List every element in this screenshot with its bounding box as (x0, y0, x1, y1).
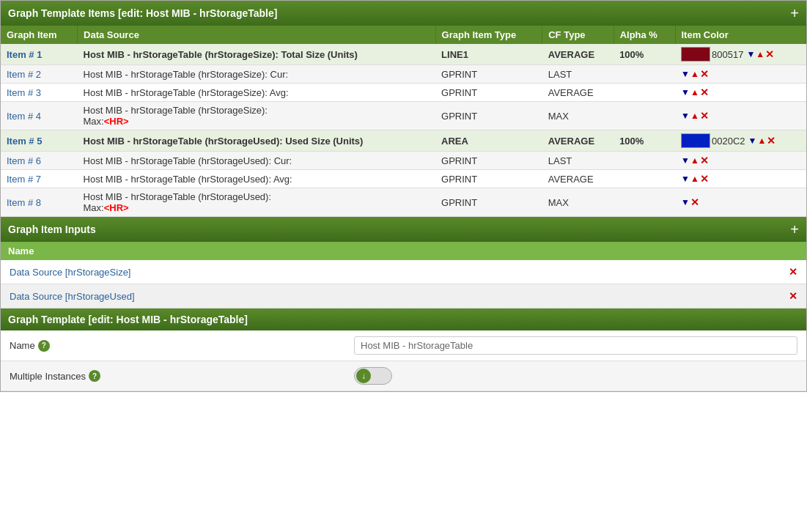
form-input-0[interactable] (354, 336, 797, 355)
toggle-switch-1[interactable]: ↓ (354, 367, 392, 385)
action-icons-item-4: ▼▲✕ (681, 110, 709, 122)
delete-item-4[interactable]: ✕ (700, 110, 709, 122)
cell-alpha-item-7 (613, 170, 675, 188)
graph-item-inputs-header: Graph Item Inputs + (1, 217, 806, 242)
cell-color-item-1: 800517▼▲✕ (675, 44, 806, 65)
cell-graph-item-item-5[interactable]: Item # 5 (1, 130, 78, 152)
move-up-item-7[interactable]: ▲ (690, 174, 699, 184)
cell-cf-item-1: AVERAGE (542, 44, 613, 65)
color-swatch-item-5 (681, 133, 710, 148)
cell-cf-item-6: LAST (542, 152, 613, 170)
move-down-item-1[interactable]: ▼ (746, 49, 755, 59)
cell-color-item-3: ▼▲✕ (675, 84, 806, 102)
move-up-item-3[interactable]: ▲ (690, 87, 699, 97)
delete-item-3[interactable]: ✕ (700, 86, 709, 98)
col-item-color: Item Color (675, 26, 806, 44)
delete-item-8[interactable]: ✕ (690, 196, 699, 208)
cell-graph-item-item-7[interactable]: Item # 7 (1, 170, 78, 188)
cell-type-item-6: GPRINT (435, 152, 542, 170)
help-icon-0[interactable]: ? (38, 340, 50, 352)
cell-data-source-item-8: Host MIB - hrStorageTable (hrStorageUsed… (78, 188, 436, 217)
table-row-item-7: Item # 7Host MIB - hrStorageTable (hrSto… (1, 170, 806, 188)
move-down-item-5[interactable]: ▼ (748, 136, 757, 146)
move-up-item-2[interactable]: ▲ (690, 69, 699, 79)
col-graph-item-type: Graph Item Type (435, 26, 542, 44)
delete-item-5[interactable]: ✕ (767, 135, 775, 147)
cell-graph-item-item-2[interactable]: Item # 2 (1, 65, 78, 84)
toggle-knob-1: ↓ (356, 369, 371, 383)
cell-type-item-3: GPRINT (435, 84, 542, 102)
table-row-item-4: Item # 4Host MIB - hrStorageTable (hrSto… (1, 102, 806, 130)
form-label-1: Multiple Instances? (10, 370, 347, 382)
cell-graph-item-item-6[interactable]: Item # 6 (1, 152, 78, 170)
graph-items-table: Graph Item Data Source Graph Item Type C… (1, 26, 806, 217)
move-up-item-4[interactable]: ▲ (690, 111, 699, 121)
move-down-item-4[interactable]: ▼ (681, 111, 690, 121)
add-graph-item-button[interactable]: + (790, 6, 799, 21)
delete-item-7[interactable]: ✕ (700, 173, 709, 185)
delete-item-6[interactable]: ✕ (700, 155, 709, 166)
col-data-source: Data Source (78, 26, 436, 44)
graph-item-inputs-title: Graph Item Inputs (8, 223, 96, 235)
color-swatch-item-1 (681, 47, 710, 62)
cell-cf-item-8: MAX (542, 188, 613, 217)
cell-graph-item-item-4[interactable]: Item # 4 (1, 102, 78, 130)
input-row-ds-hrStorageSize: Data Source [hrStorageSize]✕ (1, 260, 806, 284)
cell-color-item-2: ▼▲✕ (675, 65, 806, 84)
cell-data-source-item-4: Host MIB - hrStorageTable (hrStorageSize… (78, 102, 436, 130)
cell-data-source-item-2: Host MIB - hrStorageTable (hrStorageSize… (78, 65, 436, 84)
move-down-item-7[interactable]: ▼ (681, 174, 690, 184)
cell-graph-item-item-1[interactable]: Item # 1 (1, 44, 78, 65)
action-icons-item-6: ▼▲✕ (681, 155, 709, 166)
cell-data-source-item-7: Host MIB - hrStorageTable (hrStorageUsed… (78, 170, 436, 188)
move-down-item-8[interactable]: ▼ (681, 197, 690, 207)
delete-input-ds-hrStorageSize[interactable]: ✕ (789, 266, 797, 278)
cell-cf-item-4: MAX (542, 102, 613, 130)
action-icons-item-2: ▼▲✕ (681, 68, 709, 80)
delete-item-2[interactable]: ✕ (700, 68, 709, 80)
cell-alpha-item-4 (613, 102, 675, 130)
delete-input-ds-hrStorageUsed[interactable]: ✕ (789, 290, 797, 302)
cell-color-item-7: ▼▲✕ (675, 170, 806, 188)
input-link-ds-hrStorageUsed[interactable]: Data Source [hrStorageUsed] (10, 291, 135, 302)
move-down-item-6[interactable]: ▼ (681, 155, 690, 166)
col-alpha: Alpha % (613, 26, 675, 44)
col-graph-item: Graph Item (1, 26, 78, 44)
cell-alpha-item-6 (613, 152, 675, 170)
form-label-0: Name? (10, 340, 347, 352)
cell-cf-item-5: AVERAGE (542, 130, 613, 152)
cell-graph-item-item-8[interactable]: Item # 8 (1, 188, 78, 217)
help-icon-1[interactable]: ? (89, 370, 100, 382)
cell-color-item-4: ▼▲✕ (675, 102, 806, 130)
add-input-button[interactable]: + (790, 222, 799, 237)
move-down-item-3[interactable]: ▼ (681, 87, 690, 97)
table-row-item-1: Item # 1Host MIB - hrStorageTable (hrSto… (1, 44, 806, 65)
input-link-ds-hrStorageSize[interactable]: Data Source [hrStorageSize] (10, 267, 130, 278)
cell-graph-item-item-3[interactable]: Item # 3 (1, 84, 78, 102)
move-up-item-6[interactable]: ▲ (690, 155, 699, 166)
cell-data-source-item-5: Host MIB - hrStorageTable (hrStorageUsed… (78, 130, 436, 152)
move-down-item-2[interactable]: ▼ (681, 69, 690, 79)
table-row-item-8: Item # 8Host MIB - hrStorageTable (hrSto… (1, 188, 806, 217)
graph-template-header: Graph Template [edit: Host MIB - hrStora… (1, 309, 806, 330)
form-label-text-0: Name (10, 340, 35, 351)
graph-item-inputs-section: Graph Item Inputs + Name Data Source [hr… (1, 217, 806, 309)
table-row-item-3: Item # 3Host MIB - hrStorageTable (hrSto… (1, 84, 806, 102)
color-hex-item-1: 800517 (712, 49, 743, 60)
inputs-name-header: Name (1, 242, 806, 260)
move-up-item-5[interactable]: ▲ (757, 136, 766, 146)
cell-alpha-item-8 (613, 188, 675, 217)
action-icons-item-5: ▼▲✕ (748, 135, 776, 147)
cell-type-item-5: AREA (435, 130, 542, 152)
toggle-wrapper-1[interactable]: ↓ (354, 367, 392, 385)
cell-data-source-item-3: Host MIB - hrStorageTable (hrStorageSize… (78, 84, 436, 102)
delete-item-1[interactable]: ✕ (765, 48, 774, 60)
cell-cf-item-3: AVERAGE (542, 84, 613, 102)
form-row-1: Multiple Instances?↓ (1, 361, 806, 391)
move-up-item-1[interactable]: ▲ (756, 49, 764, 59)
table-header-row: Graph Item Data Source Graph Item Type C… (1, 26, 806, 44)
graph-template-items-header: Graph Template Items [edit: Host MIB - h… (1, 1, 806, 26)
cell-color-item-6: ▼▲✕ (675, 152, 806, 170)
table-row-item-6: Item # 6Host MIB - hrStorageTable (hrSto… (1, 152, 806, 170)
cell-data-source-item-6: Host MIB - hrStorageTable (hrStorageUsed… (78, 152, 436, 170)
